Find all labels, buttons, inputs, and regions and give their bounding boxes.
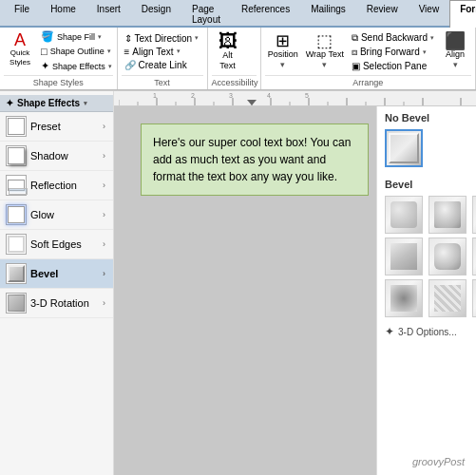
wrap-text-button[interactable]: ⬚ Wrap Text ▾ [303, 30, 347, 72]
effects-item-glow[interactable]: Glow › [0, 200, 113, 230]
align-icon: ⬛ [445, 32, 466, 49]
quick-styles-button[interactable]: A QuickStyles [4, 29, 36, 73]
3d-rotation-chevron: › [103, 298, 105, 308]
shape-outline-button[interactable]: □ Shape Outline ▾ [38, 45, 115, 58]
3d-rotation-icon [6, 293, 27, 314]
bevel-item-hard-edge[interactable] [472, 279, 476, 317]
effects-item-soft-edges[interactable]: Soft Edges › [0, 230, 113, 259]
position-button[interactable]: ⊞ Position ▾ [265, 30, 301, 72]
accessibility-group-label: Accessibility [212, 75, 257, 87]
wrap-text-arrow: ▾ [322, 60, 327, 70]
bevel-soft-round-shape [434, 243, 461, 270]
shape-effects-label: Shape Effects [52, 62, 105, 71]
bevel-item-cross[interactable] [472, 196, 476, 234]
wrap-text-label: Wrap Text [306, 49, 344, 60]
three-d-options-button[interactable]: ✦ 3-D Options... [385, 325, 468, 338]
tab-page-layout[interactable]: Page Layout [181, 0, 231, 28]
tab-home[interactable]: Home [40, 0, 86, 28]
soft-edges-label: Soft Edges [30, 238, 103, 250]
glow-icon [6, 204, 27, 225]
tab-review[interactable]: Review [356, 0, 409, 28]
ribbon-group-accessibility: 🖼 AltText Accessibility [208, 28, 261, 89]
ruler: 1 2 3 4 5 [114, 91, 476, 106]
effects-item-shadow[interactable]: Shadow › [0, 142, 113, 171]
tab-view[interactable]: View [409, 0, 450, 28]
shape-effects-arrow: ▾ [108, 63, 112, 70]
tab-references[interactable]: References [231, 0, 300, 28]
align-button[interactable]: ⬛ Align ▾ [439, 30, 471, 72]
three-d-options-label: 3-D Options... [398, 327, 457, 337]
selection-pane-label: Selection Pane [363, 61, 427, 71]
align-text-label: Align Text [132, 47, 173, 57]
text-box-content: Here's our super cool text box! You can … [153, 136, 351, 183]
effects-item-3d-rotation[interactable]: 3-D Rotation › [0, 289, 113, 318]
ribbon-group-arrange: ⊞ Position ▾ ⬚ Wrap Text ▾ ⧉ Send Backwa… [261, 28, 476, 89]
position-icon: ⊞ [276, 32, 290, 49]
tab-format[interactable]: Format [449, 0, 476, 28]
watermark: groovyPost [412, 456, 465, 467]
arrange-group-label: Arrange [265, 75, 471, 87]
soft-edges-chevron: › [103, 239, 105, 249]
bevel-item-circle[interactable] [385, 196, 423, 234]
bevel-chevron: › [103, 269, 105, 278]
bring-forward-label: Bring Forward [360, 47, 420, 57]
tab-design[interactable]: Design [131, 0, 181, 28]
bevel-divot-shape [390, 285, 417, 312]
preset-chevron: › [103, 122, 105, 131]
svg-text:3: 3 [229, 92, 233, 99]
send-backward-label: Send Backward [361, 32, 428, 43]
alt-text-button[interactable]: 🖼 AltText [212, 29, 244, 73]
svg-text:2: 2 [191, 92, 195, 99]
shape-effects-header: ✦ Shape Effects ▾ [0, 95, 113, 112]
bevel-item-riblet[interactable] [428, 279, 466, 317]
text-direction-arrow: ▾ [195, 34, 199, 42]
shape-fill-arrow: ▾ [98, 33, 102, 41]
effects-item-bevel[interactable]: Bevel › [0, 259, 113, 289]
tab-file[interactable]: File [4, 0, 40, 28]
send-backward-icon: ⧉ [352, 32, 358, 44]
create-link-button[interactable]: 🔗 Create Link [122, 59, 202, 71]
text-direction-button[interactable]: ⇕ Text Direction ▾ [122, 32, 202, 45]
tab-mailings[interactable]: Mailings [300, 0, 356, 28]
create-link-icon: 🔗 [124, 60, 136, 70]
bevel-icon [6, 263, 27, 284]
bevel-circle-shape [390, 201, 417, 228]
effects-item-reflection[interactable]: Reflection › [0, 171, 113, 200]
shadow-chevron: › [103, 151, 105, 161]
quick-styles-label: QuickStyles [10, 48, 30, 66]
effects-item-preset[interactable]: Preset › [0, 112, 113, 142]
tab-insert[interactable]: Insert [86, 0, 131, 28]
align-arrow: ▾ [453, 60, 458, 70]
bevel-item-relaxed[interactable] [428, 196, 466, 234]
bring-forward-button[interactable]: ⧈ Bring Forward ▾ [349, 46, 437, 59]
bevel-item-angle[interactable] [385, 238, 423, 276]
shape-fill-button[interactable]: 🪣 Shape Fill ▾ [38, 29, 115, 44]
send-backward-button[interactable]: ⧉ Send Backward ▾ [349, 31, 437, 45]
bevel-item-soft-round[interactable] [428, 238, 466, 276]
bevel-item-convex[interactable] [472, 238, 476, 276]
quick-styles-icon: A [14, 31, 26, 48]
svg-text:5: 5 [305, 92, 309, 99]
text-box[interactable]: Here's our super cool text box! You can … [141, 124, 369, 196]
bevel-label: Bevel [30, 268, 103, 279]
3d-rotation-label: 3-D Rotation [30, 297, 103, 309]
text-group-label: Text [122, 75, 203, 87]
selection-pane-button[interactable]: ▣ Selection Pane [349, 60, 437, 72]
align-text-arrow: ▾ [177, 48, 181, 55]
svg-text:4: 4 [267, 92, 271, 99]
create-link-label: Create Link [139, 60, 187, 70]
no-bevel-title: No Bevel [385, 112, 468, 124]
no-bevel-section: No Bevel [385, 112, 468, 167]
soft-edges-icon [6, 234, 27, 255]
bevel-no-bevel-item[interactable] [385, 129, 423, 167]
content-area: 1 2 3 4 5 [114, 91, 476, 475]
position-arrow: ▾ [280, 60, 285, 70]
bevel-item-divot[interactable] [385, 279, 423, 317]
shape-effects-button[interactable]: ✦ Shape Effects ▾ [38, 59, 115, 73]
shape-effects-header-icon: ✦ [6, 98, 13, 108]
align-text-button[interactable]: ≡ Align Text ▾ [122, 46, 202, 58]
three-d-options-icon: ✦ [385, 325, 394, 338]
reflection-icon [6, 175, 27, 196]
wrap-text-icon: ⬚ [316, 32, 333, 49]
bevel-riblet-shape [434, 285, 461, 312]
